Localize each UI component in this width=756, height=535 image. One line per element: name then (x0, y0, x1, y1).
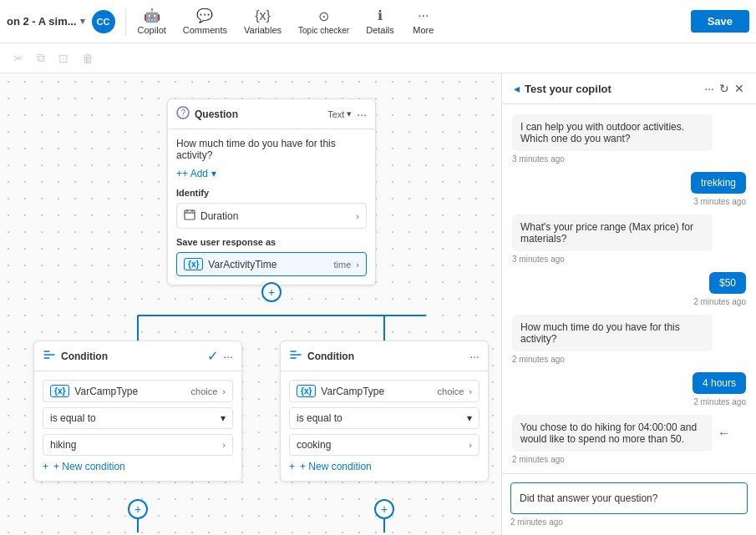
details-button[interactable]: ℹ Details (358, 4, 403, 38)
panel-actions: ··· ↻ ✕ (704, 82, 744, 95)
more-button[interactable]: ··· More (403, 5, 444, 38)
condition1-icon (43, 348, 56, 364)
bot-time-1: 3 minutes ago (512, 154, 746, 164)
new-condition-1-label: + New condition (53, 461, 125, 472)
variables-icon: {x} (255, 8, 271, 23)
bot-message-arrow-row: You chose to do hiking for 04:00:00 and … (512, 415, 746, 452)
paste-button[interactable]: ⊡ (55, 48, 72, 68)
user-message-1: trekking 3 minutes ago (512, 172, 746, 206)
condition2-body: {x} VarCampType choice › is equal to ▾ c… (281, 371, 488, 481)
condition2-operator-text: is equal to (297, 412, 342, 424)
user-time-2: 2 minutes ago (693, 297, 746, 306)
identify-row[interactable]: Duration › (176, 203, 367, 229)
user-bubble-1: trekking (691, 172, 746, 194)
condition2-menu-icon[interactable]: ··· (469, 350, 479, 363)
title-chevron-icon[interactable]: ▾ (80, 16, 85, 27)
question-node-body: How much time do you have for this activ… (168, 129, 375, 285)
bot-bubble-1: I can help you with outdoor activities. … (512, 114, 713, 151)
arrow-right-icon: ← (718, 426, 731, 441)
question-text-badge[interactable]: Text ▾ (327, 109, 352, 119)
condition2-var-chevron-icon: › (469, 386, 472, 396)
var-row[interactable]: {x} VarActivityTime time › (176, 252, 367, 276)
condition1-operator-select[interactable]: is equal to ▾ (43, 407, 233, 429)
condition1-var-row[interactable]: {x} VarCampType choice › (43, 380, 233, 402)
user-bubble-2: $50 (709, 272, 746, 294)
condition2-var-name: VarCampType (321, 386, 432, 397)
canvas[interactable]: ? Question Text ▾ ··· How much time do y… (0, 73, 501, 535)
more-icon: ··· (418, 8, 429, 23)
delete-button[interactable]: 🗑 (79, 48, 97, 68)
save-button[interactable]: Save (691, 10, 749, 33)
badge-text: Text (327, 109, 344, 119)
bot-message-4: You chose to do hiking for 04:00:00 and … (512, 415, 746, 464)
var-chevron-icon: › (356, 260, 359, 270)
condition-node-1: Condition ✓ ··· {x} VarCampType choice ›… (33, 341, 242, 482)
panel-expand-icon[interactable]: ◂ (514, 82, 520, 95)
question-text: How much time do you have for this activ… (176, 138, 367, 161)
identify-chevron-icon: › (356, 211, 359, 221)
condition1-menu-icon[interactable]: ··· (223, 350, 233, 363)
svg-text:?: ? (181, 109, 186, 118)
comments-button[interactable]: 💬 Comments (175, 4, 236, 38)
condition1-var-chevron-icon: › (222, 386, 226, 396)
new-condition-2-label: + New condition (300, 461, 372, 472)
var-badge: {x} (184, 258, 203, 270)
bot-message-1: I can help you with outdoor activities. … (512, 114, 746, 164)
variables-label: Variables (244, 25, 282, 35)
condition1-value: hiking (50, 439, 217, 451)
details-label: Details (366, 25, 394, 35)
add-node-button-top[interactable]: + (261, 282, 282, 302)
panel-header: ◂ Test your copilot ··· ↻ ✕ (502, 73, 756, 104)
condition2-var-row[interactable]: {x} VarCampType choice › (289, 380, 479, 402)
new-condition-2-button[interactable]: + + New condition (289, 461, 372, 472)
cut-button[interactable]: ✂ (10, 48, 27, 68)
identify-entity: Duration (200, 210, 351, 222)
condition2-operator-chevron-icon: ▾ (467, 412, 472, 424)
main-area: ? Question Text ▾ ··· How much time do y… (0, 73, 756, 535)
topic-checker-label: Topic checker (298, 26, 349, 35)
condition2-value: cooking (297, 439, 464, 451)
panel-more-button[interactable]: ··· (704, 82, 714, 95)
condition1-var-type: choice (191, 386, 218, 396)
question-node: ? Question Text ▾ ··· How much time do y… (167, 98, 376, 285)
panel-close-button[interactable]: ✕ (734, 82, 744, 95)
condition2-icon (289, 348, 302, 364)
title-text: on 2 - A sim... (7, 15, 77, 28)
user-avatar: CC (92, 10, 115, 33)
topic-checker-button[interactable]: ⊙ Topic checker (290, 5, 358, 38)
condition2-header: Condition ··· (281, 341, 488, 371)
user-bubble-3: 4 hours (693, 372, 746, 394)
add-node-button-right[interactable]: + (374, 499, 394, 519)
comments-label: Comments (183, 25, 227, 35)
condition2-var-type: choice (438, 386, 464, 396)
bot-message-3: How much time do you have for this activ… (512, 315, 746, 364)
condition2-title: Condition (307, 351, 464, 362)
condition1-var-badge: {x} (50, 385, 69, 397)
panel-refresh-button[interactable]: ↻ (719, 82, 729, 95)
condition1-var-name: VarCampType (74, 386, 185, 397)
chat-input-box[interactable]: Did that answer your question? (510, 482, 748, 514)
canvas-inner: ? Question Text ▾ ··· How much time do y… (0, 90, 501, 535)
bot-time-4: 2 minutes ago (512, 455, 746, 464)
condition2-value-chevron-icon: › (469, 440, 472, 450)
new-condition-1-button[interactable]: + + New condition (43, 461, 125, 472)
add-chevron-icon: ▾ (211, 168, 216, 179)
add-node-button-left[interactable]: + (128, 499, 148, 519)
condition-node-2: Condition ··· {x} VarCampType choice › i… (280, 341, 489, 482)
variables-button[interactable]: {x} Variables (236, 5, 290, 38)
bot-time-2: 3 minutes ago (512, 255, 746, 264)
user-message-3: 4 hours 2 minutes ago (512, 372, 746, 406)
copy-button[interactable]: ⧉ (33, 48, 48, 68)
question-node-title: Question (195, 109, 322, 120)
condition2-value-row[interactable]: cooking › (289, 434, 479, 456)
new-condition-2-icon: + (289, 461, 295, 472)
question-node-icon: ? (176, 106, 190, 122)
condition1-header: Condition ✓ ··· (34, 341, 241, 371)
question-node-menu-icon[interactable]: ··· (357, 108, 367, 121)
condition1-value-row[interactable]: hiking › (43, 434, 233, 456)
bot-bubble-2: What's your price range (Max price) for … (512, 215, 713, 251)
add-button[interactable]: + + Add ▾ (176, 168, 216, 179)
copilot-button[interactable]: 🤖 Copilot (129, 4, 175, 38)
details-icon: ℹ (378, 8, 383, 23)
condition2-operator-select[interactable]: is equal to ▾ (289, 407, 479, 429)
